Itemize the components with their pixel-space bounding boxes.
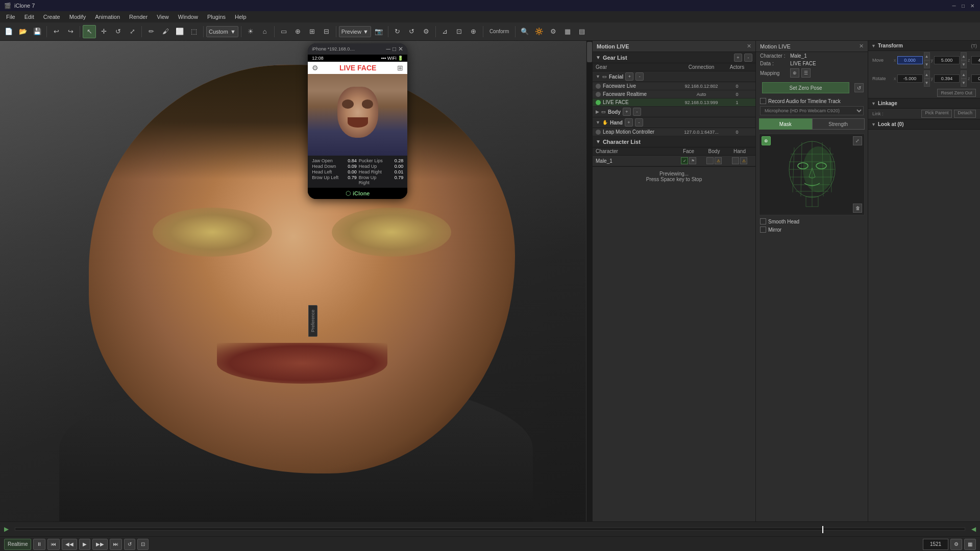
gear-row-live-face[interactable]: LIVE FACE 92.168.0.13:999 1 xyxy=(593,98,755,107)
toolbar-e1[interactable]: 🔍 xyxy=(518,25,531,38)
rotate-x-input[interactable] xyxy=(897,74,923,83)
toolbar-b3[interactable]: ⊞ xyxy=(306,25,319,38)
toolbar-new[interactable]: 📄 xyxy=(2,25,15,38)
move-y-spin[interactable]: ▲ ▼ xyxy=(961,52,967,68)
gear-collapse-btn[interactable]: ▼ xyxy=(596,55,601,60)
toolbar-d3[interactable]: ⊕ xyxy=(467,25,480,38)
rotate-y-input[interactable] xyxy=(934,74,960,83)
hand-remove[interactable]: - xyxy=(635,118,643,127)
vertical-scrollbar[interactable] xyxy=(586,41,592,521)
lookat-collapse[interactable]: ▼ xyxy=(871,122,876,127)
toolbar-home[interactable]: ⌂ xyxy=(258,25,272,38)
iphone-view-icon[interactable]: ⊞ xyxy=(397,64,403,72)
mesh-expand-btn[interactable]: ⤢ xyxy=(853,136,862,145)
facial-add[interactable]: + xyxy=(625,72,633,81)
menu-window[interactable]: Window xyxy=(174,13,202,21)
set-zero-pose-btn[interactable]: Set Zero Pose xyxy=(762,82,849,93)
menu-animation[interactable]: Animation xyxy=(91,13,124,21)
face-check[interactable]: ✓ xyxy=(681,157,688,164)
gear-row-faceware-realtime[interactable]: Faceware Realtime Auto 0 xyxy=(593,90,755,98)
timeline-start-marker[interactable]: ▶ xyxy=(4,525,9,533)
char-props-close[interactable]: ✕ xyxy=(859,43,864,49)
menu-create[interactable]: Create xyxy=(39,13,64,21)
iphone-controls[interactable]: ─ □ ✕ xyxy=(386,45,403,53)
maximize-btn[interactable]: □ xyxy=(960,2,967,9)
timeline-playhead[interactable] xyxy=(822,526,823,533)
toolbar-d2[interactable]: ⊡ xyxy=(453,25,466,38)
smooth-head-checkbox[interactable] xyxy=(760,218,766,224)
move-y-input[interactable] xyxy=(934,56,960,64)
toolbar-e2[interactable]: 🔆 xyxy=(532,25,546,38)
toolbar-e4[interactable]: ▦ xyxy=(561,25,574,38)
timeline-track[interactable] xyxy=(15,528,965,531)
body-add[interactable]: + xyxy=(623,108,631,116)
toolbar-rotate[interactable]: ↺ xyxy=(111,25,125,38)
face-point-tool[interactable]: ⊕ xyxy=(762,136,771,145)
toolbar-paint[interactable]: 🖌 xyxy=(159,25,172,38)
menu-file[interactable]: File xyxy=(2,13,19,21)
gear-remove-btn[interactable]: - xyxy=(744,54,752,62)
toolbar-sun[interactable]: ☀ xyxy=(244,25,257,38)
mask-tab[interactable]: Mask xyxy=(759,118,812,130)
toolbar-e5[interactable]: ▤ xyxy=(575,25,589,38)
toolbar-brush[interactable]: ✏ xyxy=(144,25,158,38)
gear-section-facial[interactable]: ▼ ▭ Facial + - xyxy=(593,71,755,82)
rotate-x-spin[interactable]: ▲ ▼ xyxy=(924,70,930,87)
refresh-pose-btn[interactable]: ↺ xyxy=(854,83,864,92)
scrollbar-thumb[interactable] xyxy=(587,42,592,62)
preference-tab[interactable]: Preference xyxy=(308,305,317,337)
iphone-minimize[interactable]: ─ xyxy=(386,45,390,53)
iphone-title-bar[interactable]: iPhone *192.168.0.... ─ □ ✕ xyxy=(308,43,407,55)
body-remove[interactable]: - xyxy=(633,108,641,116)
body-warn[interactable]: ⚠ xyxy=(715,157,722,164)
char-row-male1[interactable]: Male_1 ✓ ⚑ ⚠ ⚠ xyxy=(593,156,755,166)
mapping-icon-1[interactable]: ⊕ xyxy=(790,68,799,78)
strength-tab[interactable]: Strength xyxy=(812,118,865,130)
toolbar-t1[interactable]: ⬜ xyxy=(173,25,186,38)
frame-input[interactable]: 1521 xyxy=(923,539,948,550)
timeline-end-marker[interactable]: ◀ xyxy=(971,525,976,533)
toolbar-c2[interactable]: ↺ xyxy=(405,25,419,38)
view-options-btn[interactable]: ▦ xyxy=(964,539,976,550)
record-clip-btn[interactable]: ⊡ xyxy=(137,539,149,550)
toolbar-c1[interactable]: ↻ xyxy=(391,25,404,38)
face-edit[interactable]: ⚑ xyxy=(689,157,696,164)
title-bar-controls[interactable]: ─ □ ✕ xyxy=(950,2,976,9)
loop-btn[interactable]: ↺ xyxy=(124,539,135,550)
prev-btn[interactable]: ◀◀ xyxy=(62,539,77,550)
menu-render[interactable]: Render xyxy=(125,13,152,21)
menu-view[interactable]: View xyxy=(153,13,173,21)
realtime-btn[interactable]: Realtime xyxy=(4,539,31,550)
gear-section-hand[interactable]: ▼ ✋ Hand + - xyxy=(593,117,755,128)
toolbar-b2[interactable]: ⊕ xyxy=(291,25,305,38)
gear-section-body[interactable]: ▶ ▭ Body + - xyxy=(593,107,755,117)
toolbar-t2[interactable]: ⬚ xyxy=(187,25,201,38)
play-btn[interactable]: ▶ xyxy=(79,539,90,550)
toolbar-e3[interactable]: ⚙ xyxy=(547,25,560,38)
move-x-spin[interactable]: ▲ ▼ xyxy=(924,52,930,68)
mesh-delete-btn[interactable]: 🗑 xyxy=(853,204,862,213)
toolbar-open[interactable]: 📂 xyxy=(16,25,30,38)
toolbar-redo[interactable]: ↪ xyxy=(64,25,77,38)
mirror-checkbox[interactable] xyxy=(760,227,766,233)
body-check[interactable] xyxy=(706,157,714,164)
hand-add[interactable]: + xyxy=(625,118,633,127)
hand-check[interactable] xyxy=(732,157,739,164)
toolbar-move[interactable]: ✛ xyxy=(97,25,110,38)
toolbar-undo[interactable]: ↩ xyxy=(50,25,63,38)
prev-frame-btn[interactable]: ⏮ xyxy=(47,539,60,550)
record-audio-checkbox[interactable] xyxy=(760,98,766,104)
reset-zero-btn[interactable]: Reset Zero Out xyxy=(937,89,976,97)
custom-dropdown[interactable]: Custom ▼ xyxy=(206,26,238,37)
toolbar-c3[interactable]: ⚙ xyxy=(420,25,433,38)
toolbar-save[interactable]: 💾 xyxy=(31,25,44,38)
menu-help[interactable]: Help xyxy=(231,13,251,21)
menu-modify[interactable]: Modify xyxy=(65,13,90,21)
char-collapse-btn[interactable]: ▼ xyxy=(596,139,601,144)
gear-row-leap-motion[interactable]: Leap Motion Controller 127.0.0.1:6437...… xyxy=(593,128,755,136)
toolbar-conform[interactable]: Conform xyxy=(486,25,512,38)
iphone-settings-icon[interactable]: ⚙ xyxy=(312,64,318,72)
menu-plugins[interactable]: Plugins xyxy=(203,13,230,21)
toolbar-b4[interactable]: ⊟ xyxy=(320,25,333,38)
gear-row-faceware-live[interactable]: Faceware Live 92.168.0.12:802 0 xyxy=(593,82,755,90)
